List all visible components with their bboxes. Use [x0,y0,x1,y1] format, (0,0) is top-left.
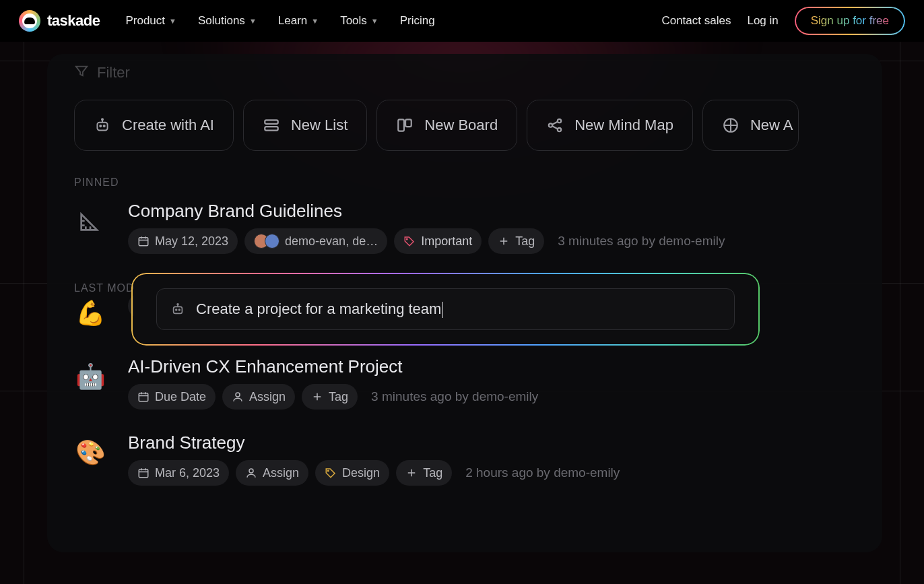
ai-prompt-text: Create a project for a marketing team [196,300,441,318]
project-chips: Mar 6, 2023 Assign Design Tag 2 hours [128,460,862,486]
grid-line [24,42,24,584]
filter-row[interactable]: Filter [74,63,862,82]
board-icon [396,117,414,134]
new-board-button[interactable]: New Board [376,100,517,151]
person-icon [245,467,257,479]
chevron-down-icon: ▼ [371,17,378,25]
new-board-label: New Board [424,117,498,134]
svg-point-23 [176,309,177,311]
section-modified-label: LAST MOD [74,282,135,294]
tag-icon [403,235,416,247]
contact-sales-link[interactable]: Contact sales [661,14,731,28]
date-chip[interactable]: May 12, 2023 [128,228,238,254]
nav-tools-label: Tools [340,14,367,28]
new-action-button[interactable]: New A [702,100,799,151]
project-meta: 3 minutes ago by demo-emily [558,234,725,249]
svg-point-21 [177,304,178,305]
add-tag-chip[interactable]: Tag [488,228,544,254]
create-with-ai-button[interactable]: Create with AI [74,100,234,151]
svg-rect-7 [405,119,411,127]
due-date-label: Due Date [155,390,206,404]
ai-prompt-box[interactable]: Create a project for a marketing team [131,273,760,346]
important-tag-chip[interactable]: Important [394,228,482,254]
new-mindmap-label: New Mind Map [574,117,673,134]
flex-arm-icon: 💪 [74,293,106,333]
palette-icon: 🎨 [74,432,106,473]
plus-icon [405,467,418,479]
nav-pricing[interactable]: Pricing [400,14,435,28]
calendar-icon [137,391,150,403]
nav-learn-label: Learn [278,14,307,28]
svg-point-0 [102,119,103,120]
nav-learn[interactable]: Learn ▼ [278,14,319,28]
nav-product[interactable]: Product ▼ [125,14,176,28]
project-meta: 3 minutes ago by demo-emily [371,389,538,404]
filter-label: Filter [97,64,130,82]
project-title: Company Brand Guidelines [128,201,862,222]
svg-point-13 [407,238,408,240]
filter-icon [74,63,89,82]
list-icon [263,117,280,134]
avatar-stack [254,234,279,249]
important-tag-label: Important [421,234,472,249]
assignees-chip[interactable]: demo-evan, de… [244,228,387,254]
ruler-icon [74,201,106,241]
robot-icon [94,117,111,134]
primary-nav: Product ▼ Solutions ▼ Learn ▼ Tools ▼ Pr… [125,14,434,28]
chevron-down-icon: ▼ [169,17,176,25]
assign-chip[interactable]: Assign [236,460,308,486]
project-chips: Due Date Assign Tag 3 minutes ago by dem… [128,384,862,410]
due-date-chip[interactable]: Due Date [128,384,216,410]
ai-prompt-input[interactable]: Create a project for a marketing team [156,288,735,330]
new-mindmap-button[interactable]: New Mind Map [527,100,693,151]
mindmap-icon [546,117,564,134]
add-tag-chip[interactable]: Tag [396,460,452,486]
action-icon [722,117,739,134]
plus-icon [311,391,323,403]
project-meta: 2 hours ago by demo-emily [465,465,620,480]
brand-logo[interactable]: taskade [19,10,100,32]
assign-chip[interactable]: Assign [222,384,295,410]
project-ai-cx[interactable]: 🤖 AI-Driven CX Enhancement Project Due D… [74,356,862,410]
section-pinned-label: PINNED [74,176,862,189]
project-brand-strategy[interactable]: 🎨 Brand Strategy Mar 6, 2023 Assign Desi… [74,432,862,486]
add-tag-chip[interactable]: Tag [302,384,358,410]
nav-pricing-label: Pricing [400,14,435,28]
svg-point-19 [249,469,253,473]
assign-label: Assign [263,466,299,480]
add-tag-label: Tag [515,234,535,249]
project-body: Brand Strategy Mar 6, 2023 Assign Design [128,432,862,486]
date-chip-label: May 12, 2023 [155,234,228,249]
svg-rect-1 [97,123,107,131]
project-title: Brand Strategy [128,432,862,453]
create-row: Create with AI New List New Board New Mi… [74,100,862,151]
signup-button[interactable]: Sign up for free [795,7,905,35]
avatar [265,234,279,249]
robot-icon [170,302,185,317]
brand-name: taskade [47,12,100,30]
design-tag-chip[interactable]: Design [315,460,389,486]
nav-tools[interactable]: Tools ▼ [340,14,378,28]
grid-line [900,42,900,584]
project-brand-guidelines[interactable]: Company Brand Guidelines May 12, 2023 de… [74,201,862,254]
brand-mark-icon [19,10,40,32]
date-chip[interactable]: Mar 6, 2023 [128,460,229,486]
site-header: taskade Product ▼ Solutions ▼ Learn ▼ To… [0,0,924,42]
chevron-down-icon: ▼ [249,17,257,25]
svg-point-3 [104,125,105,127]
svg-rect-12 [139,238,148,246]
svg-rect-4 [265,120,278,123]
new-list-button[interactable]: New List [243,100,367,151]
ai-prompt-inner: Create a project for a marketing team [133,275,758,344]
design-tag-label: Design [342,466,380,480]
assign-label: Assign [249,390,286,404]
svg-point-24 [178,309,180,311]
date-chip-label: Mar 6, 2023 [155,466,220,480]
svg-point-17 [236,393,240,397]
nav-product-label: Product [125,14,165,28]
project-chips: May 12, 2023 demo-evan, de… Important Ta… [128,228,862,254]
nav-solutions[interactable]: Solutions ▼ [198,14,257,28]
project-body: Company Brand Guidelines May 12, 2023 de… [128,201,862,254]
login-link[interactable]: Log in [747,14,778,28]
signup-label: Sign up for free [811,14,889,27]
